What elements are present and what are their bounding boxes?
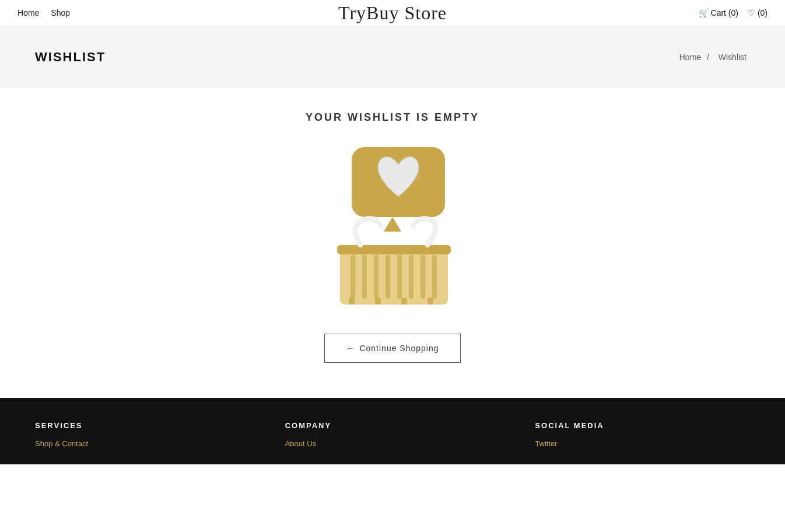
svg-rect-9 [420,255,425,299]
svg-rect-8 [409,255,413,299]
svg-rect-5 [374,255,379,299]
cart-label: Cart [711,8,726,18]
wishlist-illustration [317,141,468,310]
empty-wishlist-message: YOUR WISHLIST IS EMPTY [306,111,479,124]
main-nav: Home Shop [17,8,70,18]
breadcrumb-separator: / [707,52,709,62]
footer-services-heading: SERVICES [35,421,250,430]
breadcrumb: Home / Wishlist [679,52,750,62]
footer-services: SERVICES Shop & Contact [35,421,250,453]
footer-social: SOCIAL MEDIA Twitter [535,421,750,453]
page-title: WISHLIST [35,50,106,65]
svg-marker-1 [384,217,401,232]
svg-rect-4 [362,255,367,299]
footer-twitter[interactable]: Twitter [535,439,750,448]
continue-shopping-button[interactable]: ← Continue Shopping [324,334,460,363]
svg-rect-3 [351,255,355,299]
arrow-left-icon: ← [346,344,355,353]
wishlist-count: (0) [758,8,768,18]
svg-rect-13 [375,298,381,304]
footer-shop-contact[interactable]: Shop & Contact [35,439,250,448]
svg-rect-2 [340,249,448,304]
svg-rect-6 [386,255,390,299]
svg-rect-14 [401,298,407,304]
footer-social-heading: SOCIAL MEDIA [535,421,750,430]
site-logo: TryBuy Store [338,2,447,24]
main-content: YOUR WISHLIST IS EMPTY [0,88,785,398]
svg-rect-11 [337,245,451,254]
cart-icon: 🛒 [699,8,709,18]
header: Home Shop TryBuy Store 🛒 Cart (0) ♡ (0) [0,0,785,26]
svg-rect-7 [397,255,402,299]
footer-company-heading: COMPANY [285,421,500,430]
svg-rect-10 [432,255,437,299]
page-banner: WISHLIST Home / Wishlist [0,26,785,88]
svg-rect-15 [427,298,433,304]
continue-shopping-label: Continue Shopping [359,344,439,353]
footer: SERVICES Shop & Contact COMPANY About Us… [0,398,785,464]
breadcrumb-home[interactable]: Home [679,52,701,62]
svg-rect-12 [349,298,355,304]
cart-link[interactable]: 🛒 Cart (0) [699,8,738,18]
cart-count: (0) [728,8,738,18]
nav-home[interactable]: Home [17,8,39,18]
header-actions: 🛒 Cart (0) ♡ (0) [699,8,768,18]
nav-shop[interactable]: Shop [51,8,70,18]
wishlist-link[interactable]: ♡ (0) [748,8,768,18]
heart-icon: ♡ [748,8,755,18]
footer-company: COMPANY About Us [285,421,500,453]
breadcrumb-current: Wishlist [719,52,747,62]
footer-about-us[interactable]: About Us [285,439,500,448]
